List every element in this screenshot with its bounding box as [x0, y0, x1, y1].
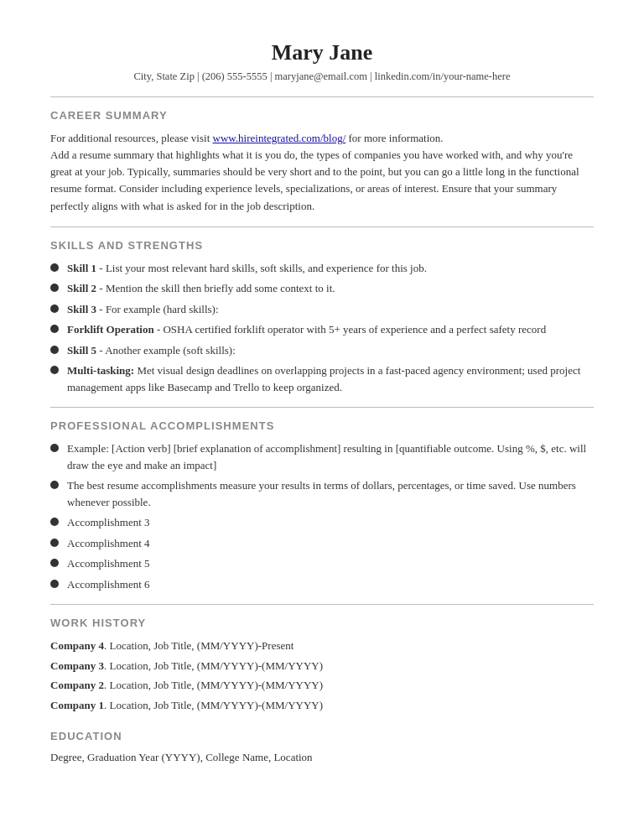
- accomplishment-item-6: Accomplishment 6: [67, 576, 594, 593]
- resume-header: Mary Jane City, State Zip | (206) 555-55…: [50, 40, 594, 83]
- accomplishments-title: PROFESSIONAL ACCOMPLISHMENTS: [50, 419, 594, 432]
- skills-title: SKILLS AND STRENGTHS: [50, 239, 594, 252]
- list-item: Skill 5 - Another example (soft skills):: [50, 342, 594, 359]
- skill-item-2: Skill 2 - Mention the skill then briefly…: [67, 280, 594, 297]
- work-history-item-2: Company 2. Location, Job Title, (MM/YYYY…: [50, 677, 594, 694]
- bullet-icon: [50, 559, 59, 567]
- accomplishment-item-3: Accomplishment 3: [67, 514, 594, 531]
- list-item: Skill 2 - Mention the skill then briefly…: [50, 280, 594, 297]
- list-item: Accomplishment 4: [50, 535, 594, 552]
- career-summary-link[interactable]: www.hireintegrated.com/blog/: [213, 132, 346, 144]
- bullet-icon: [50, 366, 59, 374]
- accomplishment-item-2: The best resume accomplishments measure …: [67, 477, 594, 510]
- career-summary-section: CAREER SUMMARY For additional resources,…: [50, 109, 594, 215]
- accomplishments-list: Example: [Action verb] [brief explanatio…: [50, 440, 594, 592]
- list-item: Forklift Operation - OSHA certified fork…: [50, 321, 594, 338]
- list-item: Skill 3 - For example (hard skills):: [50, 301, 594, 318]
- accomplishments-divider: [50, 407, 594, 408]
- education-title: EDUCATION: [50, 730, 594, 742]
- career-summary-body: For additional resources, please visit w…: [50, 130, 594, 215]
- accomplishment-item-4: Accomplishment 4: [67, 535, 594, 552]
- list-item: Skill 1 - List your most relevant hard s…: [50, 260, 594, 277]
- bullet-icon: [50, 263, 59, 272]
- career-summary-title: CAREER SUMMARY: [50, 109, 594, 122]
- work-history-item-4: Company 4. Location, Job Title, (MM/YYYY…: [50, 638, 594, 654]
- skill-item-5: Skill 5 - Another example (soft skills):: [67, 342, 594, 359]
- list-item: Example: [Action verb] [brief explanatio…: [50, 440, 594, 473]
- contact-info: City, State Zip | (206) 555-5555 | maryj…: [50, 70, 594, 83]
- bullet-icon: [50, 346, 59, 354]
- bullet-icon: [50, 284, 59, 292]
- list-item: Accomplishment 5: [50, 555, 594, 572]
- candidate-name: Mary Jane: [50, 40, 594, 65]
- bullet-icon: [50, 481, 59, 489]
- list-item: The best resume accomplishments measure …: [50, 477, 594, 510]
- accomplishments-section: PROFESSIONAL ACCOMPLISHMENTS Example: [A…: [50, 419, 594, 592]
- bullet-icon: [50, 325, 59, 333]
- list-item: Accomplishment 6: [50, 576, 594, 593]
- work-history-title: WORK HISTORY: [50, 617, 594, 629]
- bullet-icon: [50, 518, 59, 526]
- skills-section: SKILLS AND STRENGTHS Skill 1 - List your…: [50, 239, 594, 396]
- skills-list: Skill 1 - List your most relevant hard s…: [50, 260, 594, 396]
- career-summary-intro: For additional resources, please visit: [50, 132, 213, 144]
- skill-item-1: Skill 1 - List your most relevant hard s…: [67, 260, 594, 277]
- education-degree: Degree, Graduation Year (YYYY), College …: [50, 751, 594, 764]
- work-history-divider: [50, 604, 594, 605]
- education-section: EDUCATION Degree, Graduation Year (YYYY)…: [50, 730, 594, 764]
- career-summary-text: Add a resume summary that highlights wha…: [50, 148, 579, 211]
- skills-divider: [50, 226, 594, 227]
- accomplishment-item-5: Accomplishment 5: [67, 555, 594, 572]
- work-history-item-1: Company 1. Location, Job Title, (MM/YYYY…: [50, 697, 594, 714]
- work-history-item-3: Company 3. Location, Job Title, (MM/YYYY…: [50, 658, 594, 674]
- skill-item-6: Multi-tasking: Met visual design deadlin…: [67, 362, 594, 395]
- list-item: Multi-tasking: Met visual design deadlin…: [50, 362, 594, 395]
- work-history-section: WORK HISTORY Company 4. Location, Job Ti…: [50, 617, 594, 713]
- header-divider: [50, 96, 594, 97]
- resume-page: Mary Jane City, State Zip | (206) 555-55…: [0, 0, 644, 833]
- skill-item-3: Skill 3 - For example (hard skills):: [67, 301, 594, 318]
- bullet-icon: [50, 444, 59, 452]
- career-summary-intro-suffix: for more information.: [345, 132, 443, 144]
- bullet-icon: [50, 580, 59, 588]
- list-item: Accomplishment 3: [50, 514, 594, 531]
- accomplishment-item-1: Example: [Action verb] [brief explanatio…: [67, 440, 594, 473]
- skill-item-4: Forklift Operation - OSHA certified fork…: [67, 321, 594, 338]
- bullet-icon: [50, 305, 59, 313]
- bullet-icon: [50, 539, 59, 547]
